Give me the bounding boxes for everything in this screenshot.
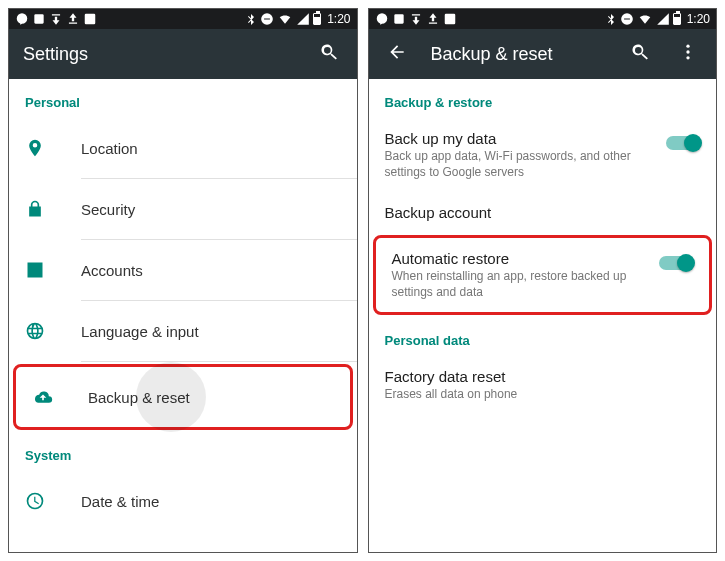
- section-personal: Personal: [9, 79, 357, 118]
- page-title: Backup & reset: [431, 44, 607, 65]
- item-label: Language & input: [81, 323, 199, 340]
- status-bar: 1:20: [9, 9, 357, 29]
- notif-hangouts-icon: [15, 12, 29, 26]
- search-button[interactable]: [315, 38, 343, 70]
- divider: [81, 361, 357, 362]
- page-title: Settings: [23, 44, 295, 65]
- cloud-upload-icon: [32, 387, 54, 407]
- pref-backup-my-data[interactable]: Back up my data Back up app data, Wi-Fi …: [369, 118, 717, 192]
- clock-icon: [25, 491, 45, 511]
- status-bar: 1:20: [369, 9, 717, 29]
- wifi-icon: [637, 12, 653, 26]
- notif-translate-icon: [83, 12, 97, 26]
- item-date-time[interactable]: Date & time: [9, 471, 357, 531]
- settings-list[interactable]: Personal Location Security Accounts Lang…: [9, 79, 357, 552]
- pref-backup-account[interactable]: Backup account: [369, 192, 717, 233]
- svg-point-5: [686, 50, 689, 53]
- app-bar: Settings: [9, 29, 357, 79]
- battery-icon: [313, 13, 321, 25]
- svg-point-4: [686, 45, 689, 48]
- search-button[interactable]: [626, 38, 654, 70]
- item-label: Accounts: [81, 262, 143, 279]
- search-icon: [319, 42, 339, 62]
- overflow-button[interactable]: [674, 38, 702, 70]
- pref-title: Factory data reset: [385, 368, 701, 385]
- notif-hangouts-icon: [375, 12, 389, 26]
- pref-summary: Erases all data on phone: [385, 387, 701, 403]
- do-not-disturb-icon: [260, 12, 274, 26]
- back-arrow-icon: [387, 42, 407, 62]
- notif-screenshot-icon: [392, 12, 406, 26]
- notif-download-icon: [409, 12, 423, 26]
- back-button[interactable]: [383, 38, 411, 70]
- item-location[interactable]: Location: [9, 118, 357, 178]
- globe-icon: [25, 321, 45, 341]
- pref-title: Back up my data: [385, 130, 655, 147]
- pref-automatic-restore[interactable]: Automatic restore When reinstalling an a…: [376, 238, 710, 312]
- status-time: 1:20: [687, 12, 710, 26]
- toggle-automatic-restore[interactable]: [659, 256, 693, 270]
- backup-reset-screen: 1:20 Backup & reset Backup & restore Bac…: [368, 8, 718, 553]
- item-label: Security: [81, 201, 135, 218]
- section-system: System: [9, 432, 357, 471]
- pref-title: Automatic restore: [392, 250, 648, 267]
- location-icon: [25, 138, 45, 158]
- lock-icon: [25, 199, 45, 219]
- account-icon: [25, 260, 45, 280]
- section-backup-restore: Backup & restore: [369, 79, 717, 118]
- signal-icon: [656, 12, 670, 26]
- item-language[interactable]: Language & input: [9, 301, 357, 361]
- signal-icon: [296, 12, 310, 26]
- item-label: Backup & reset: [88, 389, 190, 406]
- bluetooth-icon: [605, 12, 617, 26]
- highlight-backup-reset: Backup & reset: [13, 364, 353, 430]
- battery-icon: [673, 13, 681, 25]
- search-icon: [630, 42, 650, 62]
- item-security[interactable]: Security: [9, 179, 357, 239]
- pref-title: Backup account: [385, 204, 701, 221]
- svg-rect-0: [34, 14, 43, 23]
- section-personal-data: Personal data: [369, 317, 717, 356]
- svg-rect-1: [85, 14, 96, 25]
- app-bar: Backup & reset: [369, 29, 717, 79]
- notif-download-icon: [49, 12, 63, 26]
- more-vert-icon: [678, 42, 698, 62]
- item-accounts[interactable]: Accounts: [9, 240, 357, 300]
- status-time: 1:20: [327, 12, 350, 26]
- pref-summary: Back up app data, Wi-Fi passwords, and o…: [385, 149, 655, 180]
- do-not-disturb-icon: [620, 12, 634, 26]
- backup-reset-list[interactable]: Backup & restore Back up my data Back up…: [369, 79, 717, 552]
- item-backup-reset[interactable]: Backup & reset: [16, 367, 350, 427]
- svg-rect-2: [394, 14, 403, 23]
- pref-summary: When reinstalling an app, restore backed…: [392, 269, 648, 300]
- bluetooth-icon: [245, 12, 257, 26]
- svg-point-6: [686, 56, 689, 59]
- notif-translate-icon: [443, 12, 457, 26]
- highlight-auto-restore: Automatic restore When reinstalling an a…: [373, 235, 713, 315]
- notif-upload-icon: [426, 12, 440, 26]
- pref-factory-reset[interactable]: Factory data reset Erases all data on ph…: [369, 356, 717, 415]
- item-label: Location: [81, 140, 138, 157]
- settings-screen: 1:20 Settings Personal Location Security…: [8, 8, 358, 553]
- notif-screenshot-icon: [32, 12, 46, 26]
- toggle-backup-my-data[interactable]: [666, 136, 700, 150]
- item-label: Date & time: [81, 493, 159, 510]
- notif-upload-icon: [66, 12, 80, 26]
- svg-rect-3: [444, 14, 455, 25]
- wifi-icon: [277, 12, 293, 26]
